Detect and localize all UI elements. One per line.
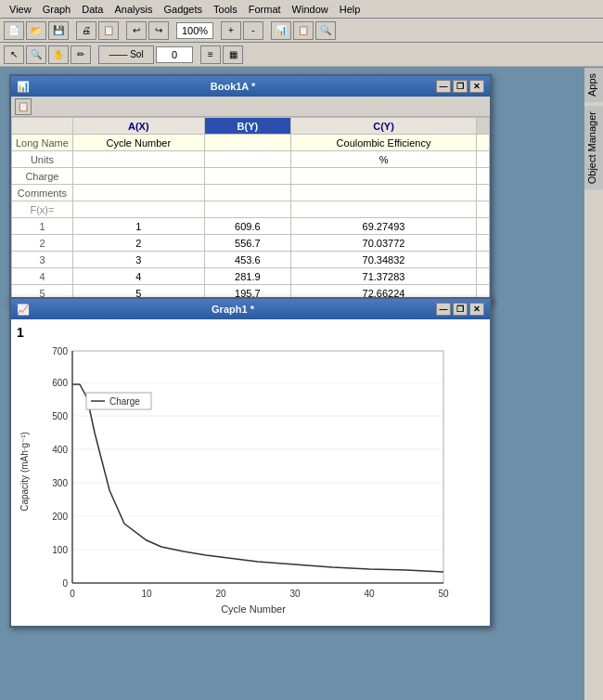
toolbar-2: ↖ 🔍 ✋ ✏ —— Sol ≡ ▦ xyxy=(0,43,603,67)
zoom-in-button[interactable]: + xyxy=(221,21,241,40)
graph-icon: 📈 xyxy=(17,304,30,316)
minimize-button[interactable]: — xyxy=(436,80,451,93)
row-1-a[interactable]: 1 xyxy=(72,218,204,235)
row-1-num: 1 xyxy=(12,218,73,235)
svg-text:20: 20 xyxy=(215,589,226,599)
apps-panel[interactable]: Apps xyxy=(584,67,603,102)
row-4-c[interactable]: 71.37283 xyxy=(291,268,477,285)
spreadsheet-controls: — ❐ ✕ xyxy=(436,80,484,93)
close-button[interactable]: ✕ xyxy=(469,80,484,93)
table-row: 1 1 609.6 69.27493 xyxy=(12,218,490,235)
copy-button[interactable]: 📋 xyxy=(98,21,119,40)
units-row: Units mAh·g⁻¹ % xyxy=(12,151,490,168)
col-a-header[interactable]: A(X) xyxy=(72,118,204,135)
sol-input[interactable] xyxy=(156,46,193,63)
row-2-a[interactable]: 2 xyxy=(72,235,204,252)
restore-button[interactable]: ❐ xyxy=(453,80,468,93)
menu-window[interactable]: Window xyxy=(287,2,334,17)
svg-text:200: 200 xyxy=(52,512,68,522)
draw-button[interactable]: ✏ xyxy=(71,45,91,64)
object-manager-panel[interactable]: Object Manager xyxy=(584,106,603,189)
extra-btn-2[interactable]: ▦ xyxy=(223,45,243,64)
units-c[interactable]: % xyxy=(291,151,477,168)
fx-b[interactable] xyxy=(204,201,290,218)
line-color-button[interactable]: —— Sol xyxy=(98,45,154,64)
units-b[interactable]: mAh·g⁻¹ xyxy=(204,151,290,168)
svg-text:0: 0 xyxy=(62,578,68,589)
menu-tools[interactable]: Tools xyxy=(208,2,243,17)
print-button[interactable]: 🖨 xyxy=(76,21,96,40)
comments-a[interactable] xyxy=(72,185,204,201)
graph-area: 1 0 100 xyxy=(11,319,490,626)
svg-text:600: 600 xyxy=(52,378,68,388)
data-toolbar-btn[interactable]: 📋 xyxy=(293,21,314,40)
graph-minimize-button[interactable]: — xyxy=(436,303,451,316)
zoom-out-button[interactable]: - xyxy=(243,21,263,40)
corner-header xyxy=(12,118,73,135)
charge-b[interactable]: Charge xyxy=(204,168,290,185)
row-2-c[interactable]: 70.03772 xyxy=(291,235,477,252)
open-button[interactable]: 📂 xyxy=(26,21,46,40)
fx-c[interactable] xyxy=(291,201,477,218)
svg-text:Capacity (mAh·g⁻¹): Capacity (mAh·g⁻¹) xyxy=(19,432,30,512)
sheet-icon[interactable]: 📋 xyxy=(15,98,32,115)
row-3-a[interactable]: 3 xyxy=(72,252,204,268)
col-b-header[interactable]: B(Y) xyxy=(204,118,290,135)
main-area: 📊 Book1A * — ❐ ✕ 📋 A(X) B(Y) C(Y) xyxy=(0,67,584,700)
menu-format[interactable]: Format xyxy=(243,2,287,17)
graph-close-button[interactable]: ✕ xyxy=(469,303,484,316)
spreadsheet-window: 📊 Book1A * — ❐ ✕ 📋 A(X) B(Y) C(Y) xyxy=(9,74,492,304)
svg-text:40: 40 xyxy=(364,589,375,599)
long-name-a[interactable]: Cycle Number xyxy=(72,135,204,151)
fx-label: F(x)= xyxy=(12,201,73,218)
svg-text:0: 0 xyxy=(70,589,75,599)
svg-text:400: 400 xyxy=(52,445,68,455)
graph-panel-number: 1 xyxy=(17,325,24,340)
graph-toolbar-btn[interactable]: 📊 xyxy=(271,21,291,40)
save-button[interactable]: 💾 xyxy=(48,21,69,40)
menu-view[interactable]: View xyxy=(4,2,37,17)
toolbar-1: 📄 📂 💾 🖨 📋 ↩ ↪ + - 📊 📋 🔍 xyxy=(0,19,603,43)
undo-button[interactable]: ↩ xyxy=(126,21,147,40)
menu-analysis[interactable]: Analysis xyxy=(109,2,158,17)
menu-data[interactable]: Data xyxy=(76,2,109,17)
charge-c[interactable] xyxy=(291,168,477,185)
row-4-b[interactable]: 281.9 xyxy=(204,268,290,285)
spreadsheet-grid: A(X) B(Y) C(Y) Long Name Cycle Number Ca… xyxy=(11,117,490,302)
pointer-button[interactable]: ↖ xyxy=(4,45,24,64)
row-3-num: 3 xyxy=(12,252,73,268)
menubar: View Graph Data Analysis Gadgets Tools F… xyxy=(0,0,603,19)
menu-help[interactable]: Help xyxy=(334,2,366,17)
graph-titlebar: 📈 Graph1 * — ❐ ✕ xyxy=(11,299,490,319)
comments-c[interactable] xyxy=(291,185,477,201)
row-4-a[interactable]: 4 xyxy=(72,268,204,285)
menu-gadgets[interactable]: Gadgets xyxy=(158,2,208,17)
row-2-b[interactable]: 556.7 xyxy=(204,235,290,252)
zoom-button[interactable]: 🔍 xyxy=(26,45,46,64)
long-name-b[interactable]: Capacity xyxy=(204,135,290,151)
row-3-c[interactable]: 70.34832 xyxy=(291,252,477,268)
svg-text:10: 10 xyxy=(141,589,152,599)
fx-a[interactable] xyxy=(72,201,204,218)
table-row: 4 4 281.9 71.37283 xyxy=(12,268,490,285)
zoom-input[interactable] xyxy=(176,22,213,39)
extra-btn-1[interactable]: ≡ xyxy=(200,45,221,64)
comments-b[interactable] xyxy=(204,185,290,201)
col-c-header[interactable]: C(Y) xyxy=(291,118,477,135)
scroll-col xyxy=(477,118,490,135)
new-button[interactable]: 📄 xyxy=(4,21,24,40)
row-3-b[interactable]: 453.6 xyxy=(204,252,290,268)
pan-button[interactable]: ✋ xyxy=(48,45,69,64)
analysis-toolbar-btn[interactable]: 🔍 xyxy=(315,21,336,40)
long-name-c[interactable]: Coulombic Efficiency xyxy=(291,135,477,151)
units-a[interactable] xyxy=(72,151,204,168)
redo-button[interactable]: ↪ xyxy=(148,21,169,40)
svg-text:50: 50 xyxy=(438,589,449,599)
charge-label: Charge xyxy=(12,168,73,185)
spreadsheet-title: Book1A * xyxy=(211,81,256,92)
row-1-b[interactable]: 609.6 xyxy=(204,218,290,235)
row-1-c[interactable]: 69.27493 xyxy=(291,218,477,235)
graph-restore-button[interactable]: ❐ xyxy=(453,303,468,316)
charge-a[interactable] xyxy=(72,168,204,185)
menu-graph[interactable]: Graph xyxy=(37,2,77,17)
